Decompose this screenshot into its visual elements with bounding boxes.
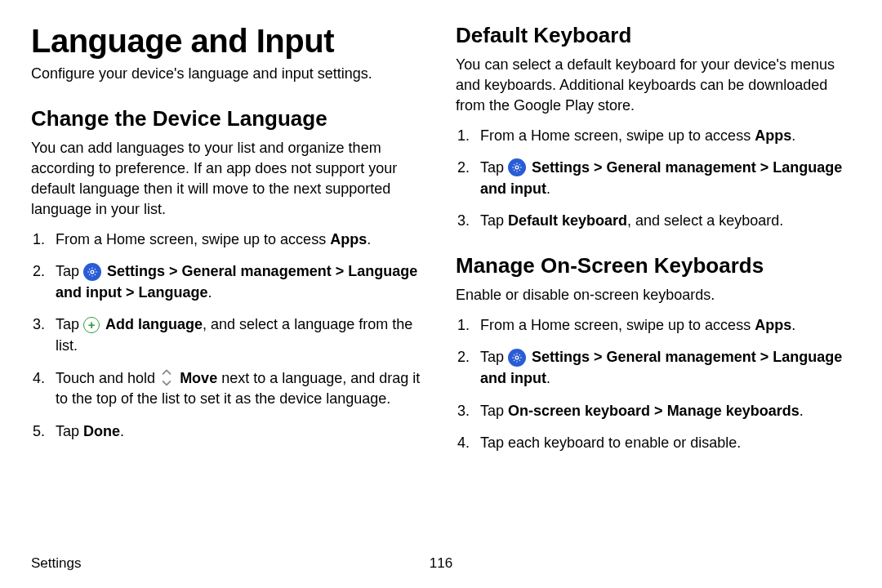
- svg-point-2: [515, 356, 519, 359]
- page-footer: Settings 116: [31, 555, 851, 572]
- bold-text: >: [165, 263, 182, 279]
- step-text: Tap: [480, 349, 508, 365]
- step-text: , and select a keyboard.: [627, 212, 783, 229]
- section-title: Change the Device Language: [31, 106, 426, 131]
- step-text: Tap: [56, 263, 83, 279]
- step-text: .: [546, 370, 550, 386]
- step-text: From a Home screen, swipe up to access: [480, 317, 755, 333]
- right-column: Default Keyboard You can select a defaul…: [456, 23, 851, 475]
- settings-icon: [508, 158, 526, 176]
- step-item: Tap each keyboard to enable or disable.: [456, 433, 851, 454]
- bold-text: Done: [83, 423, 120, 439]
- settings-icon: [508, 349, 526, 367]
- step-item: From a Home screen, swipe up to access A…: [456, 315, 851, 336]
- section-title: Manage On-Screen Keyboards: [456, 253, 851, 278]
- step-text: Tap: [480, 159, 508, 176]
- section-change-language: Change the Device Language You can add l…: [31, 106, 426, 442]
- bold-text: Settings: [532, 349, 590, 365]
- step-text: Tap each keyboard to enable or disable.: [480, 434, 741, 451]
- steps-list: From a Home screen, swipe up to access A…: [456, 126, 851, 232]
- step-item: Touch and hold Move next to a language, …: [31, 368, 426, 410]
- section-body: Enable or disable on-screen keyboards.: [456, 285, 851, 305]
- bold-text: Apps: [755, 317, 791, 333]
- step-text: .: [367, 231, 371, 247]
- bold-text: >: [590, 349, 607, 365]
- step-item: From a Home screen, swipe up to access A…: [456, 126, 851, 147]
- move-icon: [159, 369, 174, 387]
- bold-text: On-screen keyboard: [508, 403, 650, 419]
- step-item: Tap On-screen keyboard > Manage keyboard…: [456, 401, 851, 422]
- step-text: Tap: [480, 212, 508, 229]
- page-intro: Configure your device's language and inp…: [31, 64, 426, 83]
- section-title: Default Keyboard: [456, 23, 851, 48]
- step-text: Touch and hold: [56, 370, 159, 386]
- step-text: Tap: [480, 403, 508, 419]
- page-number: 116: [430, 555, 452, 572]
- section-body: You can select a default keyboard for yo…: [456, 55, 851, 115]
- settings-icon: [83, 263, 101, 281]
- footer-section-label: Settings: [31, 555, 81, 572]
- step-text: .: [791, 317, 795, 333]
- bold-text: Settings: [532, 159, 590, 176]
- step-item: From a Home screen, swipe up to access A…: [31, 229, 426, 251]
- step-item: Tap Settings > General management > Lang…: [456, 347, 851, 389]
- bold-text: Move: [180, 370, 217, 386]
- step-text: Tap: [56, 423, 83, 439]
- step-text: .: [800, 403, 804, 419]
- bold-text: Language: [139, 284, 208, 301]
- page-title: Language and Input: [31, 23, 426, 59]
- bold-text: >: [756, 349, 773, 365]
- section-manage-keyboards: Manage On-Screen Keyboards Enable or dis…: [456, 253, 851, 454]
- section-body: You can add languages to your list and o…: [31, 138, 426, 219]
- bold-text: General management: [182, 263, 332, 279]
- step-text: From a Home screen, swipe up to access: [480, 127, 755, 144]
- bold-text: Settings: [107, 263, 165, 279]
- svg-point-1: [515, 167, 519, 170]
- step-text: Tap: [56, 316, 83, 332]
- section-default-keyboard: Default Keyboard You can select a defaul…: [456, 23, 851, 232]
- bold-text: >: [650, 403, 667, 419]
- bold-text: Add language: [105, 316, 203, 332]
- bold-text: Apps: [330, 231, 367, 247]
- steps-list: From a Home screen, swipe up to access A…: [31, 229, 426, 442]
- step-item: Tap Done.: [31, 421, 426, 443]
- left-column: Language and Input Configure your device…: [31, 23, 426, 475]
- step-text: .: [791, 127, 795, 144]
- step-text: .: [546, 180, 550, 197]
- step-item: Tap + Add language, and select a languag…: [31, 314, 426, 356]
- bold-text: >: [332, 263, 349, 279]
- bold-text: General management: [607, 349, 756, 365]
- bold-text: General management: [607, 159, 756, 176]
- step-text: From a Home screen, swipe up to access: [56, 231, 330, 247]
- step-text: .: [120, 423, 124, 439]
- bold-text: >: [122, 284, 139, 301]
- steps-list: From a Home screen, swipe up to access A…: [456, 315, 851, 454]
- add-icon: +: [83, 317, 100, 333]
- step-item: Tap Settings > General management > Lang…: [456, 158, 851, 199]
- bold-text: Manage keyboards: [667, 403, 800, 419]
- svg-point-0: [91, 270, 94, 274]
- content-columns: Language and Input Configure your device…: [31, 23, 851, 475]
- bold-text: Default keyboard: [508, 212, 627, 229]
- bold-text: Apps: [755, 127, 791, 144]
- step-text: .: [208, 284, 212, 301]
- step-item: Tap Settings > General management > Lang…: [31, 261, 426, 303]
- bold-text: >: [756, 159, 773, 176]
- bold-text: >: [590, 159, 607, 176]
- step-item: Tap Default keyboard, and select a keybo…: [456, 211, 851, 232]
